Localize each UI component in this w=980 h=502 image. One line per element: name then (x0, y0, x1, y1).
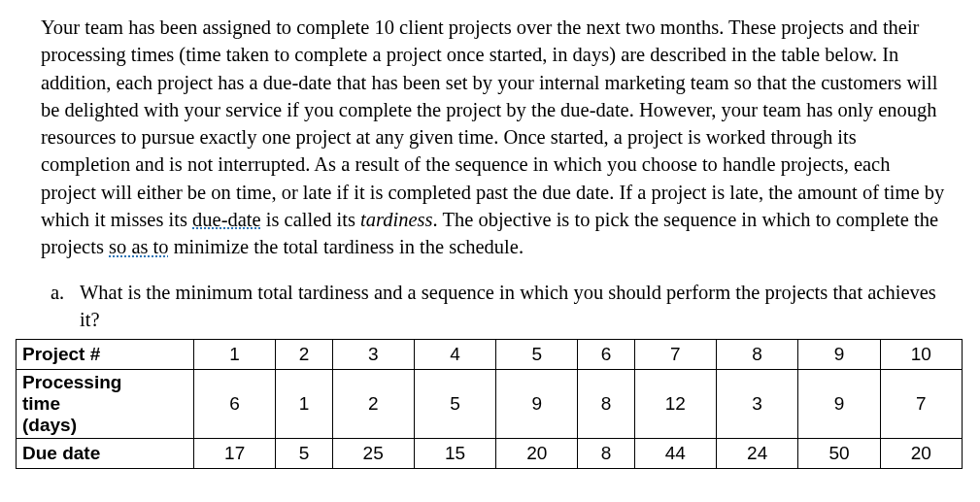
cell: 8 (578, 438, 634, 468)
question-a: a. What is the minimum total tardiness a… (51, 279, 949, 334)
cell: 12 (634, 370, 716, 439)
col-1: 1 (194, 340, 276, 370)
col-7: 7 (634, 340, 716, 370)
cell: 24 (717, 438, 798, 468)
col-3: 3 (332, 340, 414, 370)
table-row: Due date 17 5 25 15 20 8 44 24 50 20 (17, 438, 963, 468)
cell: 50 (798, 438, 880, 468)
cell: 2 (332, 370, 414, 439)
col-9: 9 (798, 340, 880, 370)
squiggly-so-as-to: so as to (109, 236, 169, 257)
cell: 7 (880, 370, 962, 439)
cell: 9 (798, 370, 880, 439)
table-row: Processingtime(days) 6 1 2 5 9 8 12 3 9 … (17, 370, 963, 439)
cell: 17 (194, 438, 276, 468)
cell: 44 (634, 438, 716, 468)
cell: 1 (276, 370, 332, 439)
cell: 8 (578, 370, 634, 439)
col-10: 10 (880, 340, 962, 370)
row-label-duedate: Due date (17, 438, 194, 468)
cell: 9 (496, 370, 578, 439)
cell: 5 (276, 438, 332, 468)
squiggly-due-date: due-date (192, 209, 261, 230)
intro-paragraph: Your team has been assigned to complete … (41, 14, 949, 261)
col-6: 6 (578, 340, 634, 370)
cell: 20 (880, 438, 962, 468)
col-2: 2 (276, 340, 332, 370)
header-label: Project # (17, 340, 194, 370)
cell: 20 (496, 438, 578, 468)
cell: 3 (717, 370, 798, 439)
para-text-1: Your team has been assigned to complete … (41, 17, 944, 230)
cell: 6 (194, 370, 276, 439)
col-4: 4 (414, 340, 495, 370)
projects-table: Project # 1 2 3 4 5 6 7 8 9 10 Processin… (16, 339, 963, 469)
table-header-row: Project # 1 2 3 4 5 6 7 8 9 10 (17, 340, 963, 370)
question-marker: a. (51, 279, 80, 334)
cell: 15 (414, 438, 495, 468)
cell: 5 (414, 370, 495, 439)
para-text-2: is called its (261, 209, 360, 230)
row-label-processing: Processingtime(days) (17, 370, 194, 439)
para-text-4: minimize the total tardiness in the sche… (169, 236, 524, 257)
term-tardiness: tardiness (360, 209, 432, 230)
question-text: What is the minimum total tardiness and … (80, 279, 949, 334)
col-5: 5 (496, 340, 578, 370)
col-8: 8 (717, 340, 798, 370)
cell: 25 (332, 438, 414, 468)
